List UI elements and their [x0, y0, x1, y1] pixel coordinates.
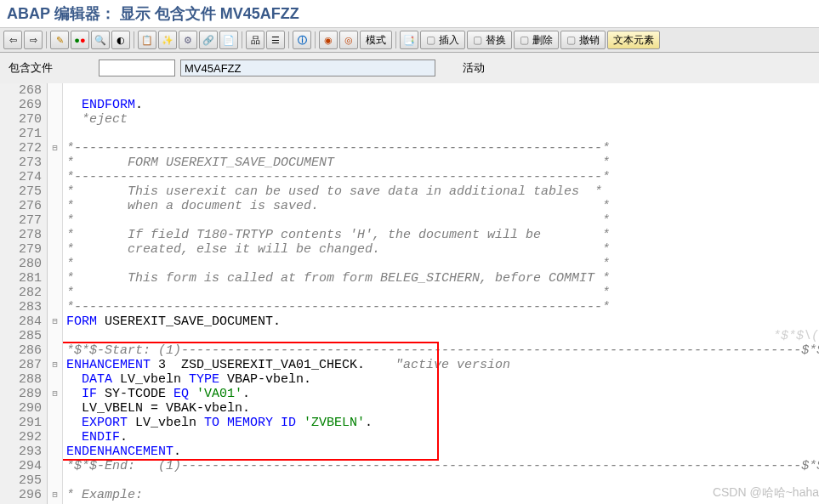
hierarchy-button[interactable]: 品 [246, 31, 264, 49]
include-prefix-input[interactable] [99, 59, 175, 76]
undo-button[interactable]: ▢撤销 [560, 31, 606, 49]
code-line[interactable]: * * [63, 286, 819, 300]
code-line[interactable]: *eject [63, 112, 819, 127]
code-line[interactable] [63, 329, 819, 343]
ghost-hint: *$*$\( [773, 329, 819, 343]
pretty-print-button[interactable]: 📄 [219, 31, 238, 49]
code-line[interactable]: *$*$-Start: (1)-------------------------… [63, 343, 819, 358]
copy-button[interactable]: 📑 [400, 31, 418, 49]
code-line[interactable]: *---------------------------------------… [63, 300, 819, 314]
line-number: 281 [0, 271, 42, 286]
where-used-button[interactable]: 🔗 [199, 31, 218, 49]
code-line[interactable]: IF SY-TCODE EQ 'VA01'. [63, 387, 819, 401]
code-line[interactable]: *---------------------------------------… [63, 141, 819, 156]
fold-marker [48, 257, 62, 271]
code-line[interactable]: * Example: [63, 488, 819, 502]
status-label: 活动 [463, 60, 485, 76]
fold-marker[interactable]: ⊟ [48, 488, 62, 502]
delete-button[interactable]: ▢删除 [514, 31, 559, 49]
line-number: 271 [0, 127, 42, 141]
fold-marker [48, 199, 62, 213]
include-file-input[interactable] [180, 59, 435, 76]
fold-marker [48, 300, 62, 314]
code-line[interactable]: ENDFORM. [63, 98, 819, 112]
line-number: 293 [0, 445, 42, 459]
enhance-button[interactable]: ◐ [111, 31, 130, 49]
test-button[interactable]: ⚙ [179, 31, 197, 49]
code-line[interactable]: * This userexit can be used to save data… [63, 184, 819, 199]
code-line[interactable]: ENDIF. [63, 430, 819, 445]
code-line[interactable] [63, 127, 819, 141]
code-editor[interactable]: 2682692702712722732742752762772782792802… [0, 83, 819, 504]
other-object-button[interactable]: 🔍 [91, 31, 110, 49]
fold-marker [48, 445, 62, 459]
line-number: 277 [0, 213, 42, 228]
line-number: 270 [0, 112, 42, 127]
insert-button[interactable]: ▢插入 [420, 31, 465, 49]
check-button[interactable]: 📋 [138, 31, 156, 49]
line-number: 268 [0, 83, 42, 98]
line-number: 287 [0, 358, 42, 372]
fold-marker[interactable]: ⊟ [48, 387, 62, 401]
code-line[interactable]: ENDENHANCEMENT. [63, 445, 819, 459]
code-line[interactable]: * FORM USEREXIT_SAVE_DOCUMENT * [63, 156, 819, 170]
code-line[interactable]: DATA LV_vbeln TYPE VBAP-vbeln. [63, 372, 819, 387]
watchpoint-button[interactable]: ◎ [339, 31, 358, 49]
fold-marker [48, 242, 62, 257]
display-list-button[interactable]: ☰ [266, 31, 285, 49]
fold-marker [48, 156, 62, 170]
line-number: 292 [0, 430, 42, 445]
code-line[interactable]: * created, else it will be changed. * [63, 242, 819, 257]
line-number: 284 [0, 314, 42, 329]
fold-marker [48, 286, 62, 300]
fold-marker [48, 271, 62, 286]
fold-marker [48, 170, 62, 184]
code-line[interactable]: FORM USEREXIT_SAVE_DOCUMENT. [63, 314, 819, 329]
fold-marker [48, 112, 62, 127]
code-line[interactable]: *$*$-End: (1)---------------------------… [63, 459, 819, 473]
line-number: 285 [0, 329, 42, 343]
code-line[interactable]: EXPORT LV_vbeln TO MEMORY ID 'ZVBELN'. [63, 416, 819, 430]
replace-button[interactable]: ▢替换 [467, 31, 512, 49]
code-area[interactable]: *$*$\( ENDFORM. *eject*-----------------… [63, 83, 819, 504]
code-line[interactable]: *---------------------------------------… [63, 170, 819, 184]
breakpoint-button[interactable]: ◉ [319, 31, 338, 49]
code-line[interactable] [63, 83, 819, 98]
line-number: 282 [0, 286, 42, 300]
code-line[interactable]: * If field T180-TRTYP contents 'H', the … [63, 228, 819, 242]
text-elements-button[interactable]: 文本元素 [607, 31, 660, 49]
fold-marker [48, 83, 62, 98]
fold-marker [48, 329, 62, 343]
code-line[interactable]: ENHANCEMENT 3 ZSD_USEREXIT_VA01_CHECK. "… [63, 358, 819, 372]
code-line[interactable]: * * [63, 213, 819, 228]
fold-marker[interactable]: ⊟ [48, 141, 62, 156]
active-inactive-button[interactable]: ●● [71, 31, 89, 49]
help-button[interactable]: ⓘ [293, 31, 311, 49]
fold-marker[interactable]: ⊟ [48, 358, 62, 372]
toolbar: ⇦ ⇨ ✎ ●● 🔍 ◐ 📋 ✨ ⚙ 🔗 📄 品 ☰ ⓘ ◉ ◎ 模式 📑 ▢插… [0, 28, 819, 53]
line-number: 291 [0, 416, 42, 430]
fold-marker [48, 343, 62, 358]
code-line[interactable]: * This form is called at from form BELEG… [63, 271, 819, 286]
fold-marker [48, 401, 62, 416]
activate-button[interactable]: ✨ [158, 31, 177, 49]
line-number: 286 [0, 343, 42, 358]
fold-marker [48, 213, 62, 228]
fold-column[interactable]: ⊟⊟⊟⊟⊟ [48, 83, 63, 504]
fold-marker [48, 127, 62, 141]
watermark: CSDN @哈哈~haha [713, 485, 819, 501]
fold-marker [48, 98, 62, 112]
line-number: 280 [0, 257, 42, 271]
line-number: 279 [0, 242, 42, 257]
code-line[interactable]: LV_VBELN = VBAK-vbeln. [63, 401, 819, 416]
toggle-edit-button[interactable]: ✎ [50, 31, 69, 49]
fold-marker [48, 184, 62, 199]
back-button[interactable]: ⇦ [3, 31, 22, 49]
code-line[interactable] [63, 473, 819, 488]
code-line[interactable]: * when a document is saved. * [63, 199, 819, 213]
pattern-button[interactable]: 模式 [360, 31, 392, 49]
line-number: 276 [0, 199, 42, 213]
code-line[interactable]: * * [63, 257, 819, 271]
forward-button[interactable]: ⇨ [24, 31, 43, 49]
fold-marker[interactable]: ⊟ [48, 314, 62, 329]
